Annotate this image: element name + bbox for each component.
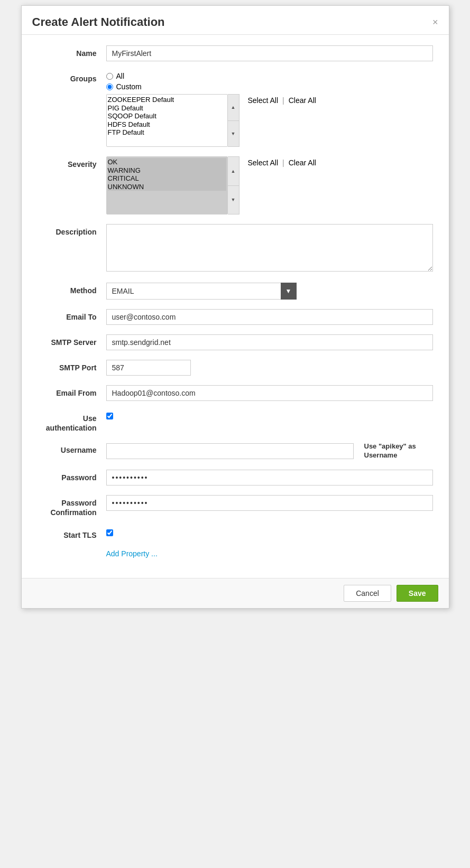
groups-link-sep: | [282,96,284,105]
severity-listbox-wrap: OK WARNING CRITICAL UNKNOWN ▲ ▼ [106,156,239,214]
groups-all-label: All [116,72,125,80]
smtp-port-row: SMTP Port [38,360,433,376]
method-select[interactable]: EMAIL SNMP PAGERDUTY [106,283,297,300]
dialog-title: Create Alert Notification [32,15,165,29]
groups-custom-option[interactable]: Custom [106,82,433,91]
cancel-button[interactable]: Cancel [344,585,391,602]
add-property-spacer [38,549,106,553]
groups-clear-all-link[interactable]: Clear All [289,96,316,105]
email-from-label: Email From [38,385,106,398]
groups-option-1[interactable]: PIG Default [108,104,226,113]
name-input[interactable] [106,45,433,61]
severity-label: Severity [38,156,106,169]
groups-custom-label: Custom [116,82,142,91]
groups-listbox-wrap: ZOOKEEPER Default PIG Default SQOOP Defa… [106,94,239,147]
email-from-input[interactable] [106,385,433,401]
use-auth-row: Useauthentication [38,410,433,433]
groups-all-radio[interactable] [106,73,113,80]
severity-links: Select All | Clear All [244,156,316,167]
description-label: Description [38,224,106,237]
password-label: Password [38,470,106,482]
use-auth-control [106,410,433,419]
username-row: Username Use "apikey" as Username [38,442,433,460]
groups-scroll-up[interactable]: ▲ [228,95,239,121]
password-control [106,470,433,486]
add-property-row: Add Property ... [38,549,433,558]
severity-ok[interactable]: OK [108,158,226,166]
groups-row: Groups All Custom ZOOKEEPER Defaul [38,71,433,147]
save-button[interactable]: Save [397,585,438,602]
severity-listbox[interactable]: OK WARNING CRITICAL UNKNOWN [106,156,228,214]
groups-listbox-container: ZOOKEEPER Default PIG Default SQOOP Defa… [106,94,433,147]
smtp-server-row: SMTP Server [38,334,433,350]
dialog-body: Name Groups All Custom [22,35,449,578]
groups-label: Groups [38,71,106,83]
severity-row: Severity OK WARNING CRITICAL UNKNOWN ▲ ▼ [38,156,433,214]
start-tls-label: Start TLS [38,527,106,540]
smtp-server-input[interactable] [106,334,433,350]
email-from-row: Email From [38,385,433,401]
severity-control: OK WARNING CRITICAL UNKNOWN ▲ ▼ Select A… [106,156,433,214]
severity-warning[interactable]: WARNING [108,166,226,175]
smtp-server-control [106,334,433,350]
description-row: Description [38,224,433,273]
smtp-server-label: SMTP Server [38,334,106,347]
use-auth-checkbox[interactable] [106,413,113,419]
close-button[interactable]: × [432,17,438,27]
groups-all-option[interactable]: All [106,72,433,80]
severity-link-sep: | [282,158,284,167]
add-property-link[interactable]: Add Property ... [106,549,158,558]
dialog-footer: Cancel Save [22,578,449,608]
method-row: Method EMAIL SNMP PAGERDUTY ▼ [38,283,433,300]
email-to-input[interactable] [106,309,433,325]
start-tls-row: Start TLS [38,527,433,540]
groups-scroll-btns: ▲ ▼ [228,94,239,147]
password-row: Password [38,470,433,486]
groups-scroll-down[interactable]: ▼ [228,121,239,147]
password-confirm-control [106,495,433,511]
username-label: Username [38,442,106,455]
use-auth-label: Useauthentication [38,410,106,433]
smtp-port-wrap [106,360,191,376]
groups-radio-group: All Custom [106,71,433,91]
password-confirm-input[interactable] [106,495,433,511]
username-input[interactable] [106,443,354,459]
severity-scroll-up[interactable]: ▲ [228,157,239,186]
groups-option-2[interactable]: SQOOP Default [108,112,226,120]
name-field-wrap [106,45,433,61]
description-textarea[interactable] [106,224,433,272]
password-input[interactable] [106,470,433,486]
password-confirm-row: PasswordConfirmation [38,495,433,517]
smtp-port-label: SMTP Port [38,360,106,372]
smtp-port-input[interactable] [106,360,191,376]
email-from-control [106,385,433,401]
groups-links: Select All | Clear All [244,94,316,105]
groups-select-all-link[interactable]: Select All [248,96,279,105]
add-property-control: Add Property ... [106,549,433,558]
severity-unknown[interactable]: UNKNOWN [108,183,226,191]
password-confirm-label: PasswordConfirmation [38,495,106,517]
email-to-row: Email To [38,309,433,325]
use-auth-checkbox-wrap [106,410,433,419]
start-tls-checkbox[interactable] [106,529,113,536]
severity-clear-all-link[interactable]: Clear All [289,158,316,167]
username-hint: Use "apikey" as Username [364,442,433,460]
method-control: EMAIL SNMP PAGERDUTY ▼ [106,283,433,300]
groups-listbox[interactable]: ZOOKEEPER Default PIG Default SQOOP Defa… [106,94,228,147]
severity-scroll-btns: ▲ ▼ [228,156,239,214]
groups-option-3[interactable]: HDFS Default [108,120,226,129]
smtp-port-control [106,360,433,376]
groups-option-4[interactable]: FTP Default [108,128,226,137]
groups-option-0[interactable]: ZOOKEEPER Default [108,96,226,104]
email-to-label: Email To [38,309,106,322]
severity-scroll-down[interactable]: ▼ [228,186,239,214]
username-control: Use "apikey" as Username [106,442,433,460]
email-to-control [106,309,433,325]
severity-select-all-link[interactable]: Select All [248,158,279,167]
method-label: Method [38,283,106,295]
start-tls-control [106,527,433,536]
description-control [106,224,433,273]
severity-critical[interactable]: CRITICAL [108,174,226,183]
severity-listbox-container: OK WARNING CRITICAL UNKNOWN ▲ ▼ Select A… [106,156,433,214]
groups-custom-radio[interactable] [106,83,113,90]
